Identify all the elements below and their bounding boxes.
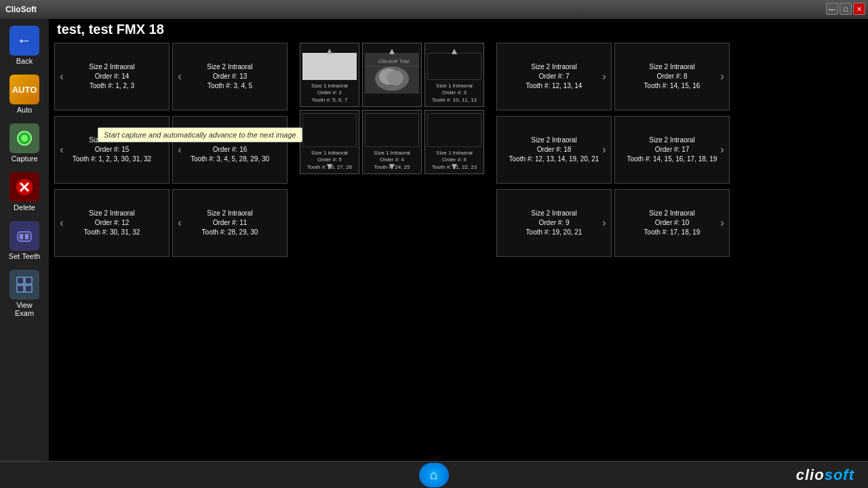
logo-clio: clio [796,466,825,483]
card-11-line1: Size 2 Intraoral [207,209,252,218]
card-17-line3: Tooth #: 14, 15, 16, 17, 18, 19 [627,155,717,164]
svg-point-1 [21,135,28,142]
center-top-row: ▲ Size 1 IntraoralOrder #: 2Tooth #: 5, … [290,43,494,107]
card-18-line1: Size 2 Intraoral [531,136,576,145]
card-14-line1: Size 2 Intraoral [89,62,134,72]
auto-icon: AUTO [9,75,39,104]
col-right: › Size 2 Intraoral Order #: 8 Tooth #: 1… [614,43,730,458]
card-16-line3: Tooth #: 3, 4, 5, 28, 29, 30 [191,155,269,164]
nav-up-icon: ▲ [450,45,459,57]
card-14-line3: Tooth #: 1, 2, 3 [90,81,134,91]
card-9-line1: Size 2 Intraoral [531,209,576,218]
card-order-5[interactable]: Size 1 IntraoralOrder #: 5Tooth #: 26, 2… [300,110,359,174]
set-teeth-button[interactable]: Set Teeth [4,217,45,264]
capture-label: Capture [11,155,37,163]
card-order-17[interactable]: › Size 2 Intraoral Order #: 17 Tooth #: … [614,116,730,184]
xray-thumb: ClioSoft Trial [365,53,419,94]
card-7-line1: Size 2 Intraoral [531,62,576,72]
nav-right-icon[interactable]: › [599,69,610,84]
tooltip: Start capture and automatically advance … [98,127,302,142]
card-order-9[interactable]: › Size 2 Intraoral Order #: 9 Tooth #: 1… [496,189,612,257]
card-13-line2: Order #: 13 [213,72,248,81]
delete-button[interactable]: Delete [4,168,45,216]
card-7-line3: Tooth #: 12, 13, 14 [526,81,583,91]
home-button[interactable]: ⌂ [419,463,449,487]
home-icon: ⌂ [430,467,438,483]
view-exam-icon [9,270,39,300]
card-order-16[interactable]: ‹ Size 2 Intraoral Order #: 16 Tooth #: … [172,116,288,184]
card-9-line2: Order #: 9 [538,218,569,228]
nav-up-icon: ▲ [325,45,334,57]
card-13-line1: Size 2 Intraoral [207,62,252,72]
set-teeth-icon [9,221,39,251]
card-order-7[interactable]: › Size 2 Intraoral Order #: 7 Tooth #: 1… [496,43,612,110]
nav-left-icon[interactable]: ‹ [174,142,185,157]
nav-right-icon[interactable]: › [717,69,728,84]
card-5-thumb [302,113,357,147]
nav-up-icon: ▲ [387,45,397,57]
delete-label: Delete [14,203,35,211]
card-order-14[interactable]: ‹ Size 2 Intraoral Order #: 14 Tooth #: … [54,43,170,110]
card-order-8[interactable]: › Size 2 Intraoral Order #: 8 Tooth #: 1… [614,43,730,110]
maximize-button[interactable]: □ [840,3,852,15]
col-center: ▲ Size 1 IntraoralOrder #: 2Tooth #: 5, … [290,43,494,458]
card-order-11[interactable]: ‹ Size 2 Intraoral Order #: 11 Tooth #: … [172,189,288,257]
logo-soft: soft [825,466,854,483]
card-14-line2: Order #: 14 [95,72,130,81]
card-xray[interactable]: ▲ ClioSoft Trial [362,43,422,107]
card-order-18[interactable]: › Size 2 Intraoral Order #: 18 Tooth #: … [496,116,612,184]
auto-button[interactable]: AUTO Auto [4,70,45,118]
view-exam-button[interactable]: View Exam [4,266,45,321]
card-16-line2: Order #: 16 [213,145,248,155]
card-17-line2: Order #: 17 [655,145,690,155]
card-12-line1: Size 2 Intraoral [89,209,134,218]
minimize-button[interactable]: — [826,3,838,15]
close-button[interactable]: ✕ [853,3,865,15]
nav-down-icon: ▼ [325,160,334,172]
nav-left-icon[interactable]: ‹ [56,216,67,230]
card-order-2[interactable]: ▲ Size 1 IntraoralOrder #: 2Tooth #: 5, … [300,43,359,107]
card-8-line3: Tooth #: 14, 15, 16 [644,81,701,91]
card-17-line1: Size 2 Intraoral [649,136,694,145]
card-11-line2: Order #: 11 [213,218,248,228]
svg-rect-6 [20,234,23,239]
card-order-3[interactable]: ▲ Size 1 IntraoralOrder #: 3Tooth #: 10,… [425,43,484,107]
svg-rect-7 [25,234,28,239]
card-12-line3: Tooth #: 30, 31, 32 [84,228,140,237]
view-exam-label: View Exam [7,301,42,317]
nav-left-icon[interactable]: ‹ [174,69,185,84]
svg-rect-11 [25,285,32,292]
card-order-10[interactable]: › Size 2 Intraoral Order #: 10 Tooth #: … [614,189,730,257]
nav-left-icon[interactable]: ‹ [174,216,185,230]
nav-left-icon[interactable]: ‹ [56,142,67,157]
svg-rect-9 [25,277,32,284]
card-order-15[interactable]: ‹ Size 2 Intraoral Order #: 15 Tooth #: … [54,116,170,184]
nav-right-icon[interactable]: › [717,216,728,230]
content-area: test, test FMX 18 Start capture and auto… [49,19,868,461]
svg-point-15 [387,70,403,85]
card-8-line2: Order #: 8 [656,72,687,81]
card-15-line3: Tooth #: 1, 2, 3, 30, 31, 32 [73,155,151,164]
nav-down-icon: ▼ [387,160,397,172]
card-2-text: Size 1 IntraoralOrder #: 2Tooth #: 5, 6,… [311,83,348,104]
card-4-thumb [365,113,419,147]
back-button[interactable]: ← Back [4,22,45,69]
nav-down-icon: ▼ [450,160,459,172]
nav-right-icon[interactable]: › [599,142,610,157]
card-order-12[interactable]: ‹ Size 2 Intraoral Order #: 12 Tooth #: … [54,189,170,257]
window-controls: — □ ✕ [826,3,865,15]
footer: ⌂ cliosoft [0,461,868,488]
nav-right-icon[interactable]: › [599,216,610,230]
col-left: ‹ Size 2 Intraoral Order #: 14 Tooth #: … [54,43,170,458]
card-10-line1: Size 2 Intraoral [649,209,694,218]
card-18-line2: Order #: 18 [537,145,572,155]
card-order-4[interactable]: Size 1 IntraoralOrder #: 4Tooth #: 24, 2… [362,110,422,174]
back-icon: ← [9,26,39,56]
nav-right-icon[interactable]: › [717,142,728,157]
card-order-13[interactable]: ‹ Size 2 Intraoral Order #: 13 Tooth #: … [172,43,288,110]
capture-button[interactable]: Capture [4,119,45,167]
card-3-text: Size 1 IntraoralOrder #: 3Tooth #: 10, 1… [432,83,477,104]
card-9-line3: Tooth #: 19, 20, 21 [526,228,583,237]
card-order-6[interactable]: Size 1 IntraoralOrder #: 6Tooth #: 21, 2… [425,110,484,174]
nav-left-icon[interactable]: ‹ [56,69,67,84]
